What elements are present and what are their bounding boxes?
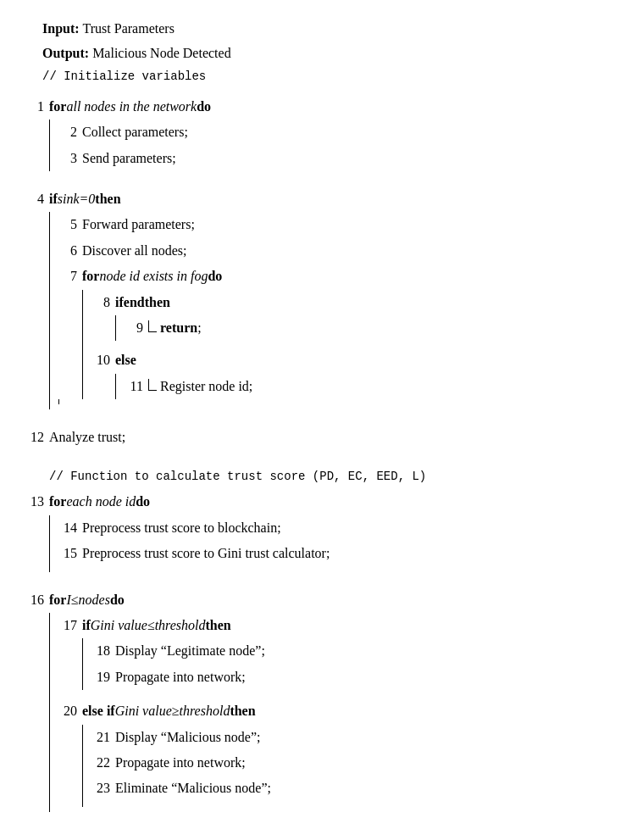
line-20-content: else if Gini value ≥ threshold then xyxy=(82,698,601,724)
return-semi-9: ; xyxy=(197,315,201,341)
line-6-text: Discover all nodes; xyxy=(82,238,187,264)
lines-21-23-bar: 21 Display “Malicious node”; 22 Propagat… xyxy=(82,725,601,802)
line-2-text: Collect parameters; xyxy=(82,120,188,145)
line-12: 12 Analyze trust; xyxy=(25,425,601,450)
lines-2-3-bar: 2 Collect parameters; 3 Send parameters; xyxy=(49,120,601,171)
do-keyword-16: do xyxy=(110,587,125,613)
line-11-group: 11 Register node id; xyxy=(91,374,601,399)
lines-17-23-group: 17 if Gini value ≤ threshold then 18 Dis… xyxy=(25,613,601,807)
if-keyword-8: if xyxy=(115,290,124,315)
line-3-text: Send parameters; xyxy=(82,146,176,171)
line-17: 17 if Gini value ≤ threshold then xyxy=(58,613,601,638)
corner-bar-11 xyxy=(148,379,157,391)
else-if-keyword-20: else if xyxy=(82,698,115,724)
then-keyword-4: then xyxy=(95,186,120,212)
line-num-16: 16 xyxy=(25,587,49,613)
lines-5-11-bar: 5 Forward parameters; 6 Discover all nod… xyxy=(49,212,601,404)
do-keyword-1: do xyxy=(197,94,211,120)
algorithm-container: Input: Trust Parameters Output: Maliciou… xyxy=(25,17,601,812)
if-keyword-17: if xyxy=(82,613,91,638)
line-11-text: Register node id; xyxy=(160,374,252,399)
lines-21-23-group: 21 Display “Malicious node”; 22 Propagat… xyxy=(58,725,601,802)
for-iter-7: node id exists in fog xyxy=(99,264,208,289)
line-6: 6 Discover all nodes; xyxy=(58,238,601,264)
lines-8-11-bar: 8 if end then 9 xyxy=(82,290,601,400)
line-21-text: Display “Malicious node”; xyxy=(115,725,261,750)
line-22: 22 Propagate into network; xyxy=(91,750,601,776)
line-18: 18 Display “Legitimate node”; xyxy=(91,638,601,664)
line-23: 23 Eliminate “Malicious node”; xyxy=(91,776,601,801)
line-num-19: 19 xyxy=(91,665,115,690)
if-cond-17: Gini value xyxy=(91,613,147,638)
line-num-12: 12 xyxy=(25,425,49,450)
lines-14-15-bar: 14 Preprocess trust score to blockchain;… xyxy=(49,515,601,567)
lines-5-11-group: 5 Forward parameters; 6 Discover all nod… xyxy=(25,212,601,404)
then-keyword-20: then xyxy=(230,698,255,724)
line-num-21: 21 xyxy=(91,725,115,750)
corner-bar-9 xyxy=(148,320,157,332)
then-keyword-8: then xyxy=(145,290,170,315)
output-value: Malicious Node Detected xyxy=(92,42,231,66)
for-limit-16: nodes xyxy=(79,587,110,613)
line-10: 10 else xyxy=(91,348,601,373)
if-threshold-17: threshold xyxy=(155,613,206,638)
line-num-7: 7 xyxy=(58,264,82,289)
then-keyword-17: then xyxy=(206,613,231,638)
line-20: 20 else if Gini value ≥ threshold then xyxy=(58,698,601,724)
do-keyword-7: do xyxy=(208,264,222,289)
line-5: 5 Forward parameters; xyxy=(58,212,601,237)
line-4: 4 if sink=0 then xyxy=(25,186,601,212)
line-num-9: 9 xyxy=(125,315,148,341)
if-keyword-4: if xyxy=(49,186,58,212)
for-keyword-13: for xyxy=(49,489,66,515)
input-value: Trust Parameters xyxy=(83,17,175,42)
lines-14-15-group: 14 Preprocess trust score to blockchain;… xyxy=(25,515,601,567)
input-label: Input: xyxy=(42,17,80,42)
line-16: 16 for I ≤ nodes do xyxy=(25,587,601,613)
line-14: 14 Preprocess trust score to blockchain; xyxy=(58,515,601,541)
header-section: Input: Trust Parameters Output: Maliciou… xyxy=(25,17,601,87)
for-keyword-7: for xyxy=(82,264,99,289)
line-num-18: 18 xyxy=(91,638,115,664)
for-keyword-16: for xyxy=(49,587,66,613)
line-12-text: Analyze trust; xyxy=(49,425,125,450)
if-threshold-20: threshold xyxy=(180,698,230,724)
else-keyword-10: else xyxy=(115,348,136,373)
if-sym-17: ≤ xyxy=(147,613,155,638)
line-9-group: 9 return; xyxy=(91,315,601,341)
line-num-20: 20 xyxy=(58,698,82,724)
line-num-2: 2 xyxy=(58,120,82,145)
line-1-content: for all nodes in the network do xyxy=(49,94,601,120)
input-line: Input: Trust Parameters xyxy=(42,17,601,42)
lines-8-11-group: 8 if end then 9 xyxy=(58,290,601,400)
line-8-content: if end then xyxy=(115,290,601,315)
line-num-14: 14 xyxy=(58,515,82,541)
if-cond-4: sink=0 xyxy=(58,186,96,212)
line-13: 13 for each node id do xyxy=(25,489,601,515)
line-23-text: Eliminate “Malicious node”; xyxy=(115,776,271,801)
line-14-text: Preprocess trust score to blockchain; xyxy=(82,515,281,541)
line-7-content: for node id exists in fog do xyxy=(82,264,601,289)
for-iter-13: each node id xyxy=(66,489,136,515)
if-sym-20: ≥ xyxy=(172,698,180,724)
line-num-17: 17 xyxy=(58,613,82,638)
line-19: 19 Propagate into network; xyxy=(91,665,601,690)
line-19-text: Propagate into network; xyxy=(115,665,246,690)
line-1: 1 for all nodes in the network do xyxy=(25,94,601,120)
close-bar-8-11 xyxy=(58,399,601,404)
close-bar-16 xyxy=(49,807,601,812)
line-17-content: if Gini value ≤ threshold then xyxy=(82,613,601,638)
for-iter-1: all nodes in the network xyxy=(66,94,197,120)
lines-18-19-bar: 18 Display “Legitimate node”; 19 Propaga… xyxy=(82,638,601,690)
close-bar-21-23 xyxy=(82,802,601,807)
line-num-13: 13 xyxy=(25,489,49,515)
lines-2-3-group: 2 Collect parameters; 3 Send parameters; xyxy=(25,120,601,171)
line-num-15: 15 xyxy=(58,541,82,566)
comment2-line: // Function to calculate trust score (PD… xyxy=(25,465,601,489)
line-11-bar: 11 Register node id; xyxy=(115,374,601,399)
line-num-23: 23 xyxy=(91,776,115,801)
line-num-8: 8 xyxy=(91,290,115,315)
end-keyword-8: end xyxy=(124,290,145,315)
line-11: 11 Register node id; xyxy=(125,374,601,399)
line-num-10: 10 xyxy=(91,348,115,373)
